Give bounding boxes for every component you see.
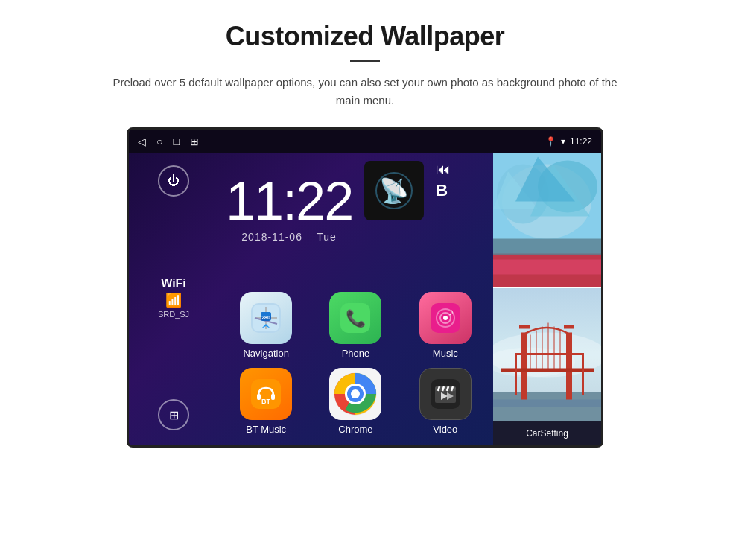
navigation-icon: 280	[240, 292, 292, 344]
svg-rect-17	[257, 394, 261, 400]
power-icon: ⏻	[168, 174, 180, 188]
page-container: Customized Wallpaper Preload over 5 defa…	[0, 0, 730, 560]
svg-rect-50	[521, 333, 527, 400]
svg-rect-18	[271, 394, 275, 400]
next-letter-button[interactable]: B	[436, 181, 451, 200]
location-icon: 📍	[545, 136, 556, 147]
carsetting-label: CarSetting	[526, 428, 568, 439]
nav-icons-group: ◁ ○ □ ⊞	[138, 136, 199, 147]
svg-text:♪: ♪	[448, 305, 454, 317]
btmusic-icon: BT	[240, 368, 292, 420]
svg-rect-59	[519, 325, 530, 329]
video-label: Video	[433, 424, 457, 435]
phone-icon: 📞	[329, 292, 381, 344]
center-content: 11:22 2018-11-06 Tue 📡	[218, 153, 493, 445]
app-item-navigation[interactable]: 280 Navigation	[226, 292, 306, 359]
top-widgets: 11:22 2018-11-06 Tue 📡	[218, 153, 493, 243]
prev-track-button[interactable]: ⏮	[436, 161, 451, 178]
svg-point-25	[351, 389, 360, 398]
device-frame: ◁ ○ □ ⊞ 📍 ▾ 11:22 ⏻ WiFi 📶 SRD_	[127, 127, 603, 448]
svg-rect-51	[566, 333, 572, 400]
app-item-music[interactable]: ♪ Music	[405, 292, 486, 359]
app-item-chrome[interactable]: Chrome	[315, 368, 396, 435]
wallpaper-thumb-bridge[interactable]	[493, 288, 601, 421]
apps-section: 280 Navigation	[218, 243, 493, 445]
wallpaper-thumb-ice[interactable]	[493, 153, 601, 287]
svg-rect-43	[493, 260, 601, 275]
wifi-ssid: SRD_SJ	[158, 310, 189, 319]
status-icons-group: 📍 ▾ 11:22	[545, 136, 592, 147]
music-ring	[375, 172, 413, 209]
clock-area: 11:22 2018-11-06 Tue	[226, 161, 352, 243]
svg-text:280: 280	[261, 315, 270, 320]
svg-rect-49	[493, 400, 601, 407]
page-subtitle: Preload over 5 default wallpaper options…	[104, 74, 626, 109]
music-icon: ♪	[419, 292, 472, 344]
wifi-label: WiFi	[161, 277, 186, 290]
chrome-label: Chrome	[338, 424, 372, 435]
clock-date: 2018-11-06 Tue	[241, 231, 337, 243]
media-controls: ⏮ B	[436, 161, 451, 200]
back-icon[interactable]: ◁	[138, 136, 146, 147]
left-sidebar: ⏻ WiFi 📶 SRD_SJ ⊞	[129, 153, 218, 445]
android-content: ⏻ WiFi 📶 SRD_SJ ⊞ 11:22	[129, 153, 601, 445]
apps-grid: 280 Navigation	[226, 292, 486, 435]
phone-label: Phone	[342, 348, 370, 359]
page-title: Customized Wallpaper	[226, 21, 505, 52]
svg-rect-58	[501, 369, 594, 372]
app-item-btmusic[interactable]: BT BT Music	[226, 368, 306, 435]
status-bar: ◁ ○ □ ⊞ 📍 ▾ 11:22	[129, 130, 601, 153]
clock-time: 11:22	[226, 174, 352, 228]
recent-icon[interactable]: □	[173, 136, 179, 147]
svg-text:BT: BT	[261, 398, 270, 405]
video-icon	[419, 368, 472, 420]
home-icon[interactable]: ○	[156, 136, 162, 147]
power-button[interactable]: ⏻	[158, 165, 189, 197]
svg-rect-44	[493, 239, 601, 255]
right-thumbnails: CarSetting	[493, 153, 601, 445]
chrome-icon	[329, 368, 381, 420]
music-label: Music	[433, 348, 458, 359]
btmusic-label: BT Music	[246, 424, 286, 435]
title-divider	[350, 60, 380, 62]
music-widget[interactable]: 📡	[364, 161, 424, 220]
wifi-signal: 📶	[165, 292, 182, 308]
grid-icon: ⊞	[169, 408, 179, 422]
apps-grid-button[interactable]: ⊞	[158, 399, 189, 430]
status-time: 11:22	[570, 136, 592, 147]
wifi-icon: ▾	[561, 136, 565, 147]
wifi-info: WiFi 📶 SRD_SJ	[158, 277, 189, 319]
carsetting-label-bar[interactable]: CarSetting	[493, 421, 601, 445]
screenshot-icon[interactable]: ⊞	[190, 136, 199, 147]
navigation-label: Navigation	[243, 348, 288, 359]
svg-rect-60	[564, 325, 574, 329]
app-item-video[interactable]: Video	[405, 368, 486, 435]
app-item-phone[interactable]: 📞 Phone	[315, 292, 396, 359]
svg-point-14	[443, 316, 448, 320]
svg-text:📞: 📞	[346, 308, 366, 328]
